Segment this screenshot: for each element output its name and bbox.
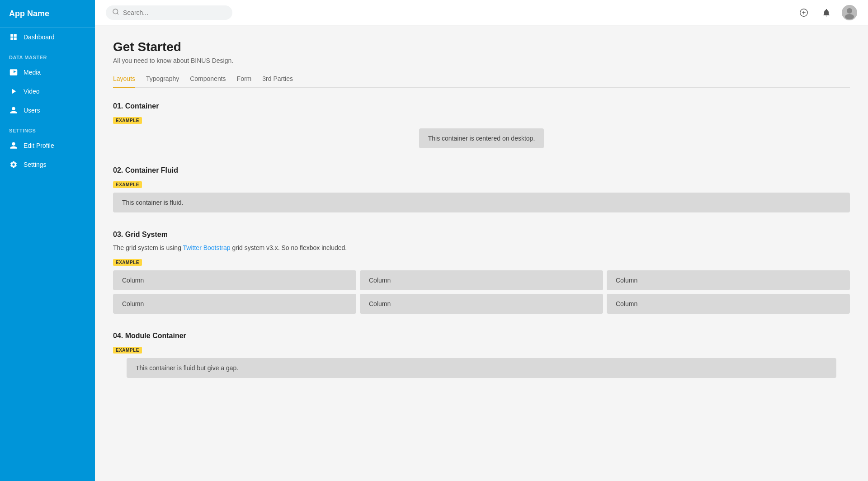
media-icon [9,68,18,77]
grid-col-2-2: Column [360,294,603,314]
sidebar-item-settings-label: Settings [24,161,47,168]
users-icon [9,106,18,115]
section-container: 01. Container EXAMPLE This container is … [113,102,850,148]
container-fluid-demo-text: This container is fluid. [122,199,183,206]
section-container-badge: EXAMPLE [113,117,142,124]
sidebar-item-media[interactable]: Media [0,63,95,82]
sidebar-item-video-label: Video [24,88,40,95]
section-container-title: 01. Container [113,102,850,110]
grid-demo: Column Column Column Column Column Colum… [113,270,850,314]
page-subtitle: All you need to know about BINUS Design. [113,57,850,64]
main-area: Get Started All you need to know about B… [95,0,868,481]
module-container-demo: This container is fluid but give a gap. [127,358,836,378]
topbar [95,0,868,25]
grid-col-1-2: Column [360,270,603,290]
grid-row-1: Column Column Column [113,270,850,290]
grid-col-label: Column [369,277,391,284]
svg-line-1 [117,13,118,14]
grid-col-2-3: Column [607,294,850,314]
sidebar-item-users-label: Users [24,107,40,114]
search-wrap [106,5,232,20]
tab-typography[interactable]: Typography [146,75,179,88]
topbar-actions [797,5,857,20]
section-module-container-badge: EXAMPLE [113,347,142,354]
grid-desc-prefix: The grid system is using [113,244,183,251]
grid-col-1-3: Column [607,270,850,290]
sidebar: App Name Dashboard Data Master Media Vid… [0,0,95,481]
sidebar-item-dashboard[interactable]: Dashboard [0,28,95,47]
container-demo: This container is centered on desktop. [419,128,544,148]
section-container-fluid-title: 02. Container Fluid [113,166,850,174]
tab-components[interactable]: Components [190,75,226,88]
tab-3rd-parties[interactable]: 3rd Parties [262,75,293,88]
avatar[interactable] [842,5,857,20]
grid-col-label: Column [122,300,144,307]
gear-icon [9,160,18,169]
sidebar-item-users[interactable]: Users [0,101,95,120]
sidebar-item-settings[interactable]: Settings [0,155,95,174]
grid-col-label: Column [616,300,637,307]
grid-col-label: Column [369,300,391,307]
grid-col-2-1: Column [113,294,356,314]
section-grid-title: 03. Grid System [113,231,850,239]
tabs: Layouts Typography Components Form 3rd P… [113,75,850,88]
section-module-container-title: 04. Module Container [113,332,850,340]
grid-col-1-1: Column [113,270,356,290]
section-grid-desc: The grid system is using Twitter Bootstr… [113,244,850,251]
section-grid-badge: EXAMPLE [113,259,142,266]
svg-point-6 [847,8,852,14]
container-demo-text: This container is centered on desktop. [428,135,535,142]
notification-bell-button[interactable] [819,5,834,20]
app-name: App Name [0,0,95,28]
grid-col-label: Column [122,277,144,284]
person-icon [9,141,18,150]
sidebar-item-media-label: Media [24,69,41,76]
section-grid: 03. Grid System The grid system is using… [113,231,850,314]
grid-desc-suffix: grid system v3.x. So no flexbox included… [231,244,347,251]
sidebar-item-dashboard-label: Dashboard [24,33,55,41]
container-fluid-demo: This container is fluid. [113,193,850,212]
module-container-demo-text: This container is fluid but give a gap. [136,364,238,372]
page-title: Get Started [113,40,850,54]
sidebar-section-settings: Settings [0,120,95,136]
section-container-fluid: 02. Container Fluid EXAMPLE This contain… [113,166,850,212]
twitter-bootstrap-link[interactable]: Twitter Bootstrap [183,244,231,251]
grid-row-2: Column Column Column [113,294,850,314]
content-area: Get Started All you need to know about B… [95,25,868,481]
search-icon [112,8,119,17]
sidebar-item-video[interactable]: Video [0,82,95,101]
svg-point-7 [845,14,854,19]
add-button[interactable] [797,5,811,20]
sidebar-item-edit-profile-label: Edit Profile [24,142,54,149]
dashboard-icon [9,33,18,42]
tab-layouts[interactable]: Layouts [113,75,135,88]
tab-form[interactable]: Form [237,75,252,88]
svg-point-0 [113,9,118,14]
section-module-container: 04. Module Container EXAMPLE This contai… [113,332,850,378]
grid-col-label: Column [616,277,637,284]
search-input[interactable] [123,9,226,16]
section-container-fluid-badge: EXAMPLE [113,181,142,188]
video-icon [9,87,18,96]
sidebar-section-data-master: Data Master [0,47,95,63]
sidebar-item-edit-profile[interactable]: Edit Profile [0,136,95,155]
